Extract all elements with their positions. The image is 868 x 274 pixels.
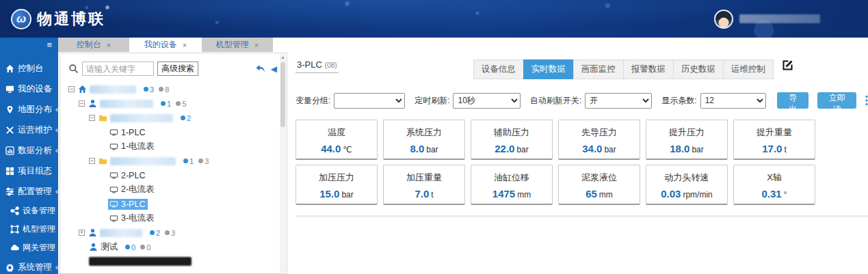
tree-node-2-电流表[interactable]: 2-电流表 bbox=[68, 182, 277, 197]
tab-close-icon[interactable]: × bbox=[254, 41, 259, 49]
tree-node-body[interactable] bbox=[77, 84, 139, 94]
tree-node-body[interactable]: 1-PLC bbox=[108, 127, 148, 138]
detail-tab-历史数据[interactable]: 历史数据 bbox=[673, 59, 724, 79]
chevron-left-icon: < bbox=[55, 187, 60, 196]
card-unit: ℃ bbox=[343, 145, 352, 154]
tree-node-body[interactable] bbox=[97, 156, 179, 166]
data-card-加压压力: 加压压力15.0bar bbox=[295, 165, 378, 205]
detail-tab-实时数据[interactable]: 实时数据 bbox=[523, 59, 574, 79]
read-now-button[interactable]: 立即读 bbox=[817, 92, 856, 109]
device-name: 3-PLC bbox=[297, 59, 322, 70]
tree-node-label: 1-PLC bbox=[121, 128, 145, 137]
badge-dot-icon bbox=[165, 230, 170, 235]
tree-node-body[interactable]: 1-电流表 bbox=[108, 140, 157, 153]
card-value-row: 7.0t bbox=[384, 188, 464, 200]
detail-tab-设备信息[interactable]: 设备信息 bbox=[473, 59, 524, 79]
tree-expander-icon[interactable]: − bbox=[89, 115, 95, 121]
tree-node-body[interactable] bbox=[88, 256, 194, 266]
tree-scrollbar-thumb[interactable] bbox=[280, 62, 285, 127]
export-button[interactable]: 导出 bbox=[777, 92, 808, 109]
window-tab-strip: ≡ 控制台×我的设备×机型管理× bbox=[0, 38, 868, 52]
sidebar-item-我的设备[interactable]: 我的设备 bbox=[0, 79, 58, 99]
tree-node-redacted[interactable]: +23 bbox=[68, 225, 277, 240]
tree-expander-icon[interactable]: − bbox=[79, 100, 85, 107]
sidebar-item-运营维护[interactable]: 运营维护< bbox=[0, 120, 58, 140]
data-card-X轴: X轴0.31° bbox=[733, 165, 815, 205]
list-view-icon[interactable] bbox=[865, 95, 868, 106]
tree-expander-icon[interactable]: − bbox=[89, 158, 95, 164]
cloud-icon bbox=[10, 243, 19, 252]
monitor-icon bbox=[5, 85, 14, 94]
undo-icon[interactable] bbox=[255, 64, 266, 74]
refresh-filter-select[interactable]: 10秒 bbox=[453, 93, 520, 109]
gray-count-badge: 8 bbox=[159, 85, 169, 94]
badge-dot-icon bbox=[150, 230, 155, 235]
collapse-panel-icon[interactable]: ◀ bbox=[271, 64, 277, 74]
device-icon bbox=[109, 128, 118, 137]
user-avatar[interactable] bbox=[714, 10, 733, 29]
tree-node-redacted[interactable]: −15 bbox=[68, 96, 277, 111]
count-filter-select[interactable]: 12 bbox=[700, 93, 766, 109]
tree-node-body[interactable]: 2-电流表 bbox=[108, 183, 157, 196]
sidebar-item-系统管理[interactable]: 系统管理< bbox=[0, 257, 58, 274]
device-icon bbox=[109, 171, 118, 180]
sidebar-item-地图分布[interactable]: 地图分布< bbox=[0, 99, 58, 120]
tree-node-body[interactable]: 3-PLC bbox=[108, 199, 148, 210]
sidebar-item-数据分析[interactable]: 数据分析< bbox=[0, 140, 58, 161]
sidebar-item-机型管理[interactable]: 机型管理 bbox=[0, 220, 58, 238]
auto-refresh-select[interactable]: 开 bbox=[585, 93, 652, 109]
sidebar-item-label: 配置管理 bbox=[18, 186, 52, 197]
advanced-search-button[interactable]: 高级搜索 bbox=[157, 61, 198, 76]
sidebar-item-项目组态[interactable]: 项目组态 bbox=[0, 161, 58, 181]
card-unit: t bbox=[784, 145, 786, 154]
card-value-row: 0.03rpm/min bbox=[646, 188, 727, 200]
tree-node-测试[interactable]: 测试00 bbox=[68, 240, 277, 254]
tab-close-icon[interactable]: × bbox=[183, 41, 187, 49]
window-tab-机型管理[interactable]: 机型管理× bbox=[202, 38, 273, 52]
tree-node-body[interactable] bbox=[87, 228, 145, 238]
tree-node-redacted[interactable]: −38 bbox=[68, 82, 277, 96]
detail-tab-运维控制[interactable]: 运维控制 bbox=[723, 59, 774, 79]
tree-node-2-PLC[interactable]: 2-PLC bbox=[68, 168, 277, 182]
detail-tab-画面监控[interactable]: 画面监控 bbox=[573, 59, 624, 79]
tree-node-body[interactable]: 测试 bbox=[88, 241, 120, 254]
user-account-area[interactable] bbox=[714, 10, 820, 29]
tree-node-body[interactable] bbox=[87, 98, 156, 109]
window-tab-我的设备[interactable]: 我的设备× bbox=[130, 38, 201, 52]
tree-node-redacted[interactable]: −13 bbox=[68, 154, 277, 168]
tree-node-redacted[interactable] bbox=[68, 254, 277, 269]
sidebar-item-设备管理[interactable]: 设备管理 bbox=[0, 202, 58, 220]
sidebar-collapse-toggle[interactable]: ≡ bbox=[0, 38, 58, 52]
tree-node-body[interactable]: 3-电流表 bbox=[108, 212, 157, 225]
sidebar-item-配置管理[interactable]: 配置管理< bbox=[0, 181, 58, 202]
tree-expander-icon[interactable]: − bbox=[68, 86, 75, 92]
tree-node-3-电流表[interactable]: 3-电流表 bbox=[68, 211, 277, 225]
window-tab-控制台[interactable]: 控制台× bbox=[58, 38, 129, 52]
card-value-row: 0.31° bbox=[734, 188, 815, 200]
tree-node-body[interactable] bbox=[97, 113, 176, 123]
data-card-系统压力: 系统压力8.0bar bbox=[383, 120, 465, 160]
tree-node-1-电流表[interactable]: 1-电流表 bbox=[68, 139, 277, 154]
home-icon bbox=[78, 85, 87, 94]
badge-count: 2 bbox=[187, 114, 191, 122]
tree-expander-icon[interactable]: + bbox=[79, 230, 85, 236]
frame-icon bbox=[10, 225, 19, 234]
tab-close-icon[interactable]: × bbox=[107, 41, 111, 49]
user-icon bbox=[88, 228, 97, 237]
gray-count-badge: 3 bbox=[165, 229, 175, 237]
tree-node-body[interactable]: 2-PLC bbox=[108, 170, 148, 181]
device-code: (08) bbox=[325, 61, 337, 69]
group-filter-select[interactable] bbox=[334, 93, 405, 109]
sidebar-item-网关管理[interactable]: 网关管理 bbox=[0, 238, 58, 257]
detail-tab-报警数据[interactable]: 报警数据 bbox=[623, 59, 674, 79]
edit-icon[interactable] bbox=[782, 59, 793, 71]
tree-node-1-PLC[interactable]: 1-PLC bbox=[68, 125, 277, 139]
tree-search-input[interactable] bbox=[82, 61, 154, 76]
tree-node-redacted[interactable]: −2 bbox=[68, 111, 277, 125]
scroll-up-arrow[interactable]: ▲ bbox=[280, 54, 286, 61]
window-tab-bar: 控制台×我的设备×机型管理× bbox=[58, 38, 274, 52]
tree-scrollbar[interactable]: ▲ bbox=[280, 54, 286, 273]
tree-node-3-PLC[interactable]: 3-PLC bbox=[68, 197, 277, 211]
sliders-icon bbox=[5, 187, 14, 196]
sidebar-item-控制台[interactable]: 控制台 bbox=[0, 58, 58, 79]
